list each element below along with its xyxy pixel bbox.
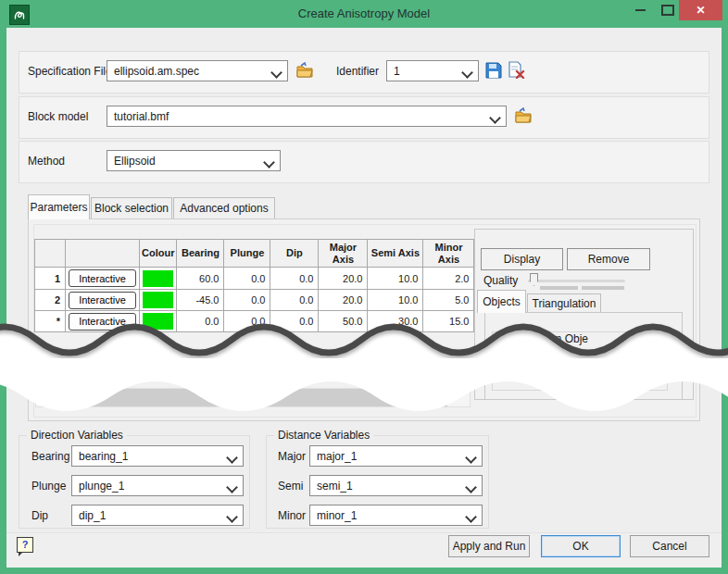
plunge-cell[interactable]: 0.0 xyxy=(224,268,270,290)
colour-chip xyxy=(143,313,173,330)
specification-file-label: Specification File xyxy=(28,65,112,78)
scroll-left-icon: ‹ xyxy=(42,391,45,405)
import-from-objects-group: Import From Obje Majo xyxy=(492,331,668,391)
bearing-cell[interactable]: 60.0 xyxy=(177,268,224,290)
tab-advanced-options[interactable]: Advanced options xyxy=(173,197,275,219)
distance-variables-legend: Distance Variables xyxy=(274,429,373,442)
semi-axis-cell[interactable]: 10.0 xyxy=(368,290,423,311)
titlebar: Create Anisotropy Model ✕ xyxy=(0,0,728,28)
semi-axis-cell[interactable]: 10.0 xyxy=(368,268,423,290)
semi-variable-label: Semi xyxy=(278,480,303,493)
block-model-label: Block model xyxy=(28,110,88,123)
bearing-variable-label: Bearing xyxy=(31,450,69,463)
tab-parameters[interactable]: Parameters xyxy=(28,194,90,219)
colour-cell[interactable] xyxy=(140,268,177,290)
quality-slider-track[interactable] xyxy=(528,280,625,282)
minor-axis-cell[interactable]: 15.0 xyxy=(423,311,474,332)
identifier-select[interactable]: 1 xyxy=(386,60,479,81)
chevron-down-icon xyxy=(226,511,238,523)
dip-cell[interactable]: 0.0 xyxy=(270,311,319,332)
col-header-rownum xyxy=(35,240,66,268)
grid-horizontal-scrollbar[interactable]: ‹ xyxy=(35,388,471,407)
block-model-value: tutorial.bmf xyxy=(114,110,169,123)
semi-variable-select[interactable]: semi_1 xyxy=(309,475,483,496)
specification-file-select[interactable]: ellipsoid.am.spec xyxy=(107,60,288,81)
method-label: Method xyxy=(28,155,65,168)
ok-button[interactable]: OK xyxy=(541,535,621,557)
display-button[interactable]: Display xyxy=(481,248,563,270)
help-button[interactable]: ? xyxy=(17,537,33,553)
major-axis-cell[interactable]: 50.0 xyxy=(319,311,368,332)
plunge-cell[interactable]: 0.0 xyxy=(224,290,270,311)
interactive-button[interactable]: Interactive xyxy=(69,292,136,309)
chevron-down-icon xyxy=(226,452,238,464)
maximize-button[interactable] xyxy=(654,0,682,20)
minor-variable-value: minor_1 xyxy=(317,509,357,522)
scrollbar-thumb[interactable] xyxy=(53,389,447,406)
quality-slider-tick-bar xyxy=(540,286,578,290)
colour-chip xyxy=(143,270,173,287)
table-row: 1 Interactive 60.0 0.0 0.0 20.0 10.0 2.0 xyxy=(35,268,474,290)
minor-axis-cell[interactable]: 2.0 xyxy=(423,268,474,290)
chevron-down-icon xyxy=(263,156,275,168)
row-number: 2 xyxy=(35,290,66,311)
mode-cell: Interactive xyxy=(66,290,140,311)
dip-cell[interactable]: 0.0 xyxy=(270,268,319,290)
major-axis-cell[interactable]: 20.0 xyxy=(319,290,368,311)
plunge-variable-select[interactable]: plunge_1 xyxy=(71,475,244,496)
table-row: 2 Interactive -45.0 0.0 0.0 20.0 10.0 5.… xyxy=(35,290,474,311)
minimize-button[interactable] xyxy=(626,0,654,20)
plunge-variable-value: plunge_1 xyxy=(79,480,124,493)
col-header-plunge: Plunge xyxy=(224,240,270,268)
semi-axis-cell[interactable]: 30.0 xyxy=(368,311,423,332)
block-model-select[interactable]: tutorial.bmf xyxy=(107,106,507,127)
chevron-down-icon xyxy=(270,67,282,79)
colour-cell[interactable] xyxy=(140,311,177,332)
method-select[interactable]: Ellipsoid xyxy=(107,150,281,171)
minor-variable-select[interactable]: minor_1 xyxy=(309,505,483,526)
interactive-button[interactable]: Interactive xyxy=(69,313,136,331)
direction-variables-legend: Direction Variables xyxy=(27,429,127,442)
bearing-variable-select[interactable]: bearing_1 xyxy=(71,445,244,467)
open-block-model-folder-icon[interactable] xyxy=(514,107,533,125)
plunge-variable-label: Plunge xyxy=(31,480,66,493)
col-header-dip: Dip xyxy=(270,240,319,268)
col-header-mode xyxy=(66,240,140,268)
save-spec-icon[interactable] xyxy=(485,62,504,80)
close-button[interactable]: ✕ xyxy=(679,0,722,20)
tab-triangulation[interactable]: Triangulation xyxy=(527,293,601,313)
row-number: * xyxy=(35,311,66,332)
scroll-left-button[interactable]: ‹ xyxy=(36,389,52,406)
colour-chip xyxy=(143,292,173,308)
dip-variable-select[interactable]: dip_1 xyxy=(71,505,244,526)
plunge-cell[interactable]: 0.0 xyxy=(224,311,270,332)
bearing-cell[interactable]: -45.0 xyxy=(177,290,224,311)
major-partial-label: Majo xyxy=(502,342,526,355)
major-axis-cell[interactable]: 20.0 xyxy=(319,268,368,290)
chevron-down-icon xyxy=(465,511,477,523)
col-header-bearing: Bearing xyxy=(177,240,224,268)
delete-spec-icon[interactable] xyxy=(508,61,526,79)
colour-cell[interactable] xyxy=(140,290,177,311)
col-header-major-axis: Major Axis xyxy=(319,240,368,268)
interactive-button[interactable]: Interactive xyxy=(69,269,136,287)
remove-button[interactable]: Remove xyxy=(567,248,650,270)
major-variable-select[interactable]: major_1 xyxy=(309,445,483,467)
footer-bar: ? Apply and Run OK Cancel xyxy=(6,532,722,568)
help-icon: ? xyxy=(22,539,29,550)
cancel-button[interactable]: Cancel xyxy=(630,535,709,557)
tab-block-selection[interactable]: Block selection xyxy=(91,197,172,219)
tab-objects[interactable]: Objects xyxy=(477,290,526,313)
chevron-down-icon xyxy=(461,67,473,79)
chevron-down-icon xyxy=(465,452,477,464)
minor-axis-cell[interactable]: 5.0 xyxy=(423,290,474,311)
identifier-value: 1 xyxy=(394,65,400,78)
col-header-semi-axis: Semi Axis xyxy=(368,240,423,268)
minimize-icon xyxy=(635,9,646,11)
bearing-cell[interactable]: 0.0 xyxy=(177,311,224,332)
row-number: 1 xyxy=(35,268,66,290)
maximize-icon xyxy=(661,5,674,16)
dip-cell[interactable]: 0.0 xyxy=(270,290,319,311)
open-spec-folder-icon[interactable] xyxy=(295,62,314,80)
apply-and-run-button[interactable]: Apply and Run xyxy=(448,535,530,557)
